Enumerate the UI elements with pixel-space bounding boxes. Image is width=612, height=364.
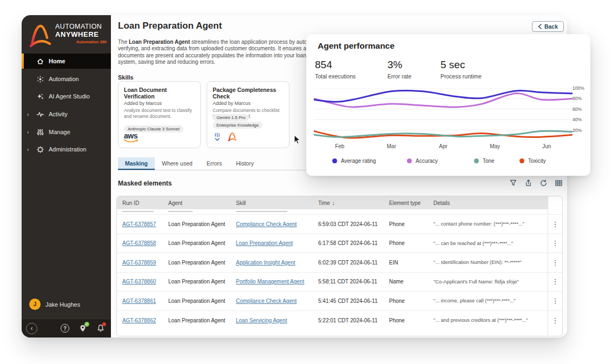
sidebar-item-ai-agent-studio[interactable]: AI Agent Studio bbox=[22, 89, 111, 104]
agent-cell: Loan Preparation Agent bbox=[168, 260, 236, 266]
row-kebab-icon[interactable]: ⋮ bbox=[548, 220, 562, 228]
sidebar-bottom-bar: ‹ ? ✓ bbox=[22, 319, 111, 337]
skill-link[interactable]: Compliance Check Agent bbox=[236, 298, 297, 304]
element-type-cell: Phone bbox=[389, 317, 433, 323]
legend-label: Accuracy bbox=[416, 158, 438, 164]
mouse-cursor bbox=[294, 135, 301, 145]
y-tick-label: 40% bbox=[572, 117, 582, 122]
notifications-bell-icon[interactable] bbox=[96, 323, 106, 333]
tab-errors[interactable]: Errors bbox=[200, 157, 229, 170]
table-view-icon[interactable] bbox=[555, 179, 563, 187]
sidebar-item-manage[interactable]: › Manage bbox=[22, 124, 111, 140]
time-cell: 5:58:11 CDT 2024-06-11 bbox=[318, 279, 389, 284]
sidebar-item-label: AI Agent Studio bbox=[49, 93, 90, 100]
sort-desc-icon: ↓ bbox=[332, 200, 335, 206]
user-name: Jake Hughes bbox=[45, 301, 80, 308]
x-tick-label: Feb bbox=[331, 143, 349, 149]
legend-item-average-rating[interactable]: Average rating bbox=[332, 158, 376, 164]
skill-link[interactable]: Portfolio Management Agent bbox=[236, 279, 304, 284]
run-id-link[interactable]: AGT-6378862 bbox=[122, 317, 156, 323]
skill-card-loan-document-verification[interactable]: Loan Document Verification Added by Marc… bbox=[118, 81, 201, 148]
table-row: AGT-6378857 Loan Preparation Agent Compl… bbox=[117, 215, 562, 234]
legend-item-tone[interactable]: Tone bbox=[474, 158, 495, 164]
agent-cell: Loan Preparation Agent bbox=[168, 298, 236, 304]
run-id-link[interactable]: AGT-6378858 bbox=[122, 240, 156, 246]
sidebar-item-automation[interactable]: Automation bbox=[22, 71, 111, 87]
element-type-cell: Phone bbox=[389, 298, 433, 304]
column-header-time[interactable]: Time↓ bbox=[318, 196, 389, 209]
column-header-skill[interactable]: Skill bbox=[236, 196, 318, 209]
column-header-details[interactable]: Details bbox=[433, 196, 548, 209]
model-tag: Gemini 1.5 Pro bbox=[213, 114, 249, 121]
legend-label: Average rating bbox=[341, 158, 376, 164]
performance-title: Agent performance bbox=[318, 41, 394, 51]
run-id-link[interactable]: AGT-6378861 bbox=[122, 298, 156, 304]
run-id-link[interactable]: AGT-6378859 bbox=[122, 260, 156, 266]
legend-dot-icon bbox=[519, 158, 524, 163]
tab-masking[interactable]: Masking bbox=[118, 157, 155, 170]
manage-icon bbox=[36, 128, 44, 136]
table-row: AGT-6378860 Loan Preparation Agent Portf… bbox=[117, 273, 562, 292]
time-cell: 6:17:58 CDT 2024-06-11 bbox=[318, 240, 389, 246]
sidebar-item-activity[interactable]: › Activity bbox=[22, 107, 111, 122]
check-badge: ✓ bbox=[84, 322, 89, 327]
sidebar-item-home[interactable]: Home bbox=[22, 54, 111, 69]
logo-line1: AUTOMATION bbox=[55, 23, 107, 30]
column-header-run-id[interactable]: Run ID bbox=[122, 196, 168, 209]
chevron-right-icon: › bbox=[27, 147, 32, 153]
filter-icon[interactable] bbox=[509, 179, 517, 187]
skill-link[interactable]: Loan Servicing Agent bbox=[236, 317, 287, 323]
x-tick-label: Mar bbox=[382, 143, 400, 149]
skill-card-added-by: Added by Marcus bbox=[213, 101, 284, 106]
tab-where-used[interactable]: Where used bbox=[155, 157, 200, 170]
legend-dot-icon bbox=[407, 158, 412, 163]
avatar: J bbox=[29, 299, 41, 310]
row-kebab-icon[interactable]: ⋮ bbox=[548, 239, 562, 247]
column-header-agent[interactable]: Agent bbox=[168, 196, 236, 209]
table-toolbar bbox=[509, 179, 563, 187]
sidebar-item-label: Home bbox=[49, 58, 65, 64]
column-header-element-type[interactable]: Element type bbox=[389, 196, 433, 209]
skill-link[interactable]: Compliance Check Agent bbox=[236, 221, 297, 227]
refresh-icon[interactable] bbox=[539, 179, 548, 187]
run-id-link[interactable]: AGT-6378860 bbox=[122, 279, 156, 284]
skills-heading: Skills bbox=[118, 74, 134, 81]
automation-anywhere-logo: AUTOMATION ANYWHERE Automation 360 bbox=[28, 21, 107, 50]
aa-logo-small-icon bbox=[227, 131, 238, 142]
details-cell: "... income, please call (***)***-****..… bbox=[433, 298, 548, 303]
x-tick-label: May bbox=[486, 143, 504, 149]
legend-dot-icon bbox=[474, 158, 479, 163]
row-kebab-icon[interactable]: ⋮ bbox=[548, 297, 562, 305]
back-button[interactable]: Back bbox=[532, 21, 564, 32]
administration-gear-icon bbox=[36, 145, 44, 154]
skill-card-title: Package Completeness Check bbox=[213, 87, 284, 100]
table-row: AGT-6378859 Loan Preparation Agent Appli… bbox=[117, 253, 562, 273]
performance-chart-svg bbox=[314, 88, 572, 141]
table-row: AGT-6378861 Loan Preparation Agent Compl… bbox=[117, 292, 562, 311]
skill-link[interactable]: Application Insight Agent bbox=[236, 260, 295, 266]
location-pin-icon[interactable]: ✓ bbox=[78, 323, 88, 333]
export-icon[interactable] bbox=[524, 179, 532, 187]
row-kebab-icon[interactable]: ⋮ bbox=[548, 277, 562, 286]
legend-dot-icon bbox=[332, 158, 337, 163]
y-tick-label: 100% bbox=[572, 85, 584, 91]
skill-link[interactable]: Loan Preparation Agent bbox=[236, 240, 293, 246]
sidebar-item-administration[interactable]: › Administration bbox=[22, 142, 111, 157]
row-kebab-icon[interactable]: ⋮ bbox=[548, 259, 562, 267]
row-kebab-icon[interactable]: ⋮ bbox=[548, 316, 562, 325]
sidebar-item-label: Activity bbox=[49, 111, 68, 117]
tab-history[interactable]: History bbox=[229, 157, 261, 170]
agent-description: The Loan Preparation Agent streamlines t… bbox=[118, 39, 311, 66]
alert-badge bbox=[102, 322, 106, 326]
y-tick-label: 20% bbox=[572, 128, 582, 133]
legend-item-toxicity[interactable]: Toxicity bbox=[519, 158, 546, 164]
collapse-sidebar-button[interactable]: ‹ bbox=[26, 323, 37, 334]
stat-total-executions: 854 Total executions bbox=[315, 59, 356, 80]
legend-item-accuracy[interactable]: Accuracy bbox=[407, 158, 438, 164]
help-icon[interactable]: ? bbox=[60, 323, 70, 333]
page: AUTOMATION ANYWHERE Automation 360 Home bbox=[0, 0, 612, 364]
stat-error-rate: 3% Error rate bbox=[387, 59, 411, 80]
skill-card-package-completeness-check[interactable]: Package Completeness Check Added by Marc… bbox=[207, 81, 289, 148]
user-profile[interactable]: J Jake Hughes bbox=[29, 299, 80, 310]
run-id-link[interactable]: AGT-6378857 bbox=[122, 221, 156, 227]
